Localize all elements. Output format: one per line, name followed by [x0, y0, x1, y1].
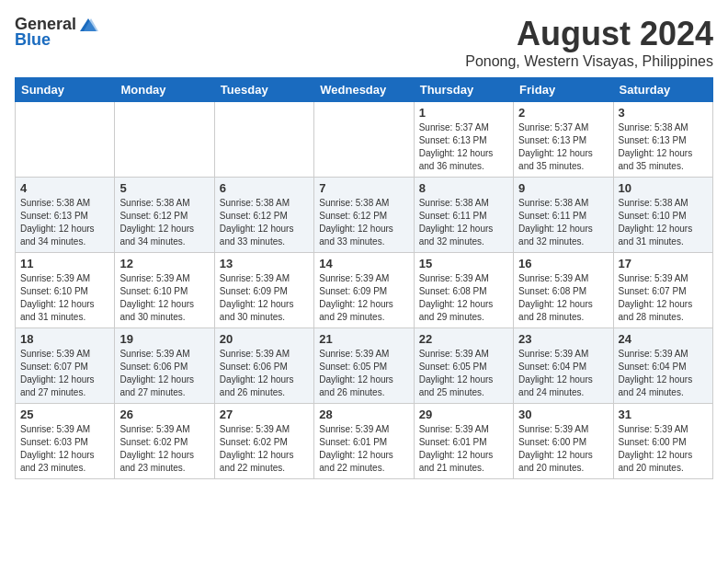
calendar-cell: 10Sunrise: 5:38 AM Sunset: 6:10 PM Dayli… [613, 178, 712, 253]
day-number: 16 [518, 257, 608, 270]
day-number: 28 [319, 408, 408, 421]
day-detail: Sunrise: 5:38 AM Sunset: 6:11 PM Dayligh… [419, 197, 508, 248]
calendar-week-row: 1Sunrise: 5:37 AM Sunset: 6:13 PM Daylig… [16, 102, 713, 178]
day-number: 14 [319, 257, 408, 270]
calendar-cell: 31Sunrise: 5:39 AM Sunset: 6:00 PM Dayli… [613, 404, 712, 479]
calendar-cell: 29Sunrise: 5:39 AM Sunset: 6:01 PM Dayli… [414, 404, 513, 479]
calendar-week-row: 18Sunrise: 5:39 AM Sunset: 6:07 PM Dayli… [16, 328, 713, 404]
calendar-cell: 17Sunrise: 5:39 AM Sunset: 6:07 PM Dayli… [613, 253, 712, 328]
calendar-header-monday: Monday [115, 78, 214, 102]
calendar-cell: 2Sunrise: 5:37 AM Sunset: 6:13 PM Daylig… [514, 102, 613, 178]
calendar-cell: 16Sunrise: 5:39 AM Sunset: 6:08 PM Dayli… [514, 253, 613, 328]
day-detail: Sunrise: 5:39 AM Sunset: 6:05 PM Dayligh… [419, 348, 508, 399]
day-number: 17 [619, 257, 708, 270]
day-number: 7 [319, 181, 408, 195]
calendar-week-row: 11Sunrise: 5:39 AM Sunset: 6:10 PM Dayli… [16, 253, 713, 328]
day-number: 31 [619, 408, 708, 421]
calendar-cell: 28Sunrise: 5:39 AM Sunset: 6:01 PM Dayli… [314, 404, 414, 479]
day-detail: Sunrise: 5:38 AM Sunset: 6:12 PM Dayligh… [119, 197, 209, 248]
calendar-cell: 20Sunrise: 5:39 AM Sunset: 6:06 PM Dayli… [214, 328, 313, 404]
day-detail: Sunrise: 5:39 AM Sunset: 6:02 PM Dayligh… [119, 423, 209, 475]
day-detail: Sunrise: 5:39 AM Sunset: 6:10 PM Dayligh… [119, 272, 209, 324]
title-area: August 2024 Ponong, Western Visayas, Phi… [465, 15, 713, 70]
day-detail: Sunrise: 5:39 AM Sunset: 6:00 PM Dayligh… [518, 423, 608, 475]
day-number: 8 [419, 181, 508, 195]
day-detail: Sunrise: 5:38 AM Sunset: 6:13 PM Dayligh… [20, 197, 109, 248]
logo: General Blue [15, 15, 98, 50]
day-detail: Sunrise: 5:39 AM Sunset: 6:04 PM Dayligh… [518, 348, 608, 399]
day-detail: Sunrise: 5:39 AM Sunset: 6:04 PM Dayligh… [619, 348, 708, 399]
calendar-cell: 18Sunrise: 5:39 AM Sunset: 6:07 PM Dayli… [16, 328, 115, 404]
calendar-cell: 9Sunrise: 5:38 AM Sunset: 6:11 PM Daylig… [514, 178, 613, 253]
day-number: 6 [220, 181, 309, 195]
day-number: 21 [319, 332, 408, 346]
day-detail: Sunrise: 5:39 AM Sunset: 6:09 PM Dayligh… [319, 272, 408, 324]
day-number: 27 [220, 408, 309, 421]
month-title: August 2024 [465, 15, 713, 53]
calendar-cell: 30Sunrise: 5:39 AM Sunset: 6:00 PM Dayli… [514, 404, 613, 479]
day-number: 18 [20, 332, 109, 346]
calendar-cell: 27Sunrise: 5:39 AM Sunset: 6:02 PM Dayli… [214, 404, 313, 479]
day-number: 13 [220, 257, 309, 270]
day-number: 24 [619, 332, 708, 346]
day-number: 25 [20, 408, 109, 421]
day-detail: Sunrise: 5:38 AM Sunset: 6:12 PM Dayligh… [220, 197, 309, 248]
calendar-cell: 26Sunrise: 5:39 AM Sunset: 6:02 PM Dayli… [115, 404, 214, 479]
day-detail: Sunrise: 5:39 AM Sunset: 6:02 PM Dayligh… [220, 423, 309, 475]
calendar-week-row: 25Sunrise: 5:39 AM Sunset: 6:03 PM Dayli… [16, 404, 713, 479]
day-detail: Sunrise: 5:39 AM Sunset: 6:10 PM Dayligh… [20, 272, 109, 324]
day-detail: Sunrise: 5:39 AM Sunset: 6:06 PM Dayligh… [220, 348, 309, 399]
logo-blue-text: Blue [15, 30, 51, 50]
calendar-cell [314, 102, 414, 178]
day-detail: Sunrise: 5:39 AM Sunset: 6:03 PM Dayligh… [20, 423, 109, 475]
calendar-header-saturday: Saturday [613, 78, 712, 102]
calendar-header-sunday: Sunday [16, 78, 115, 102]
calendar-cell: 21Sunrise: 5:39 AM Sunset: 6:05 PM Dayli… [314, 328, 414, 404]
calendar-header-friday: Friday [514, 78, 613, 102]
day-number: 29 [419, 408, 508, 421]
day-detail: Sunrise: 5:38 AM Sunset: 6:12 PM Dayligh… [319, 197, 408, 248]
day-detail: Sunrise: 5:39 AM Sunset: 6:08 PM Dayligh… [419, 272, 508, 324]
day-number: 3 [619, 106, 708, 120]
calendar-cell: 3Sunrise: 5:38 AM Sunset: 6:13 PM Daylig… [613, 102, 712, 178]
day-number: 5 [119, 181, 209, 195]
calendar-week-row: 4Sunrise: 5:38 AM Sunset: 6:13 PM Daylig… [16, 178, 713, 253]
day-number: 23 [518, 332, 608, 346]
calendar: SundayMondayTuesdayWednesdayThursdayFrid… [15, 77, 713, 479]
calendar-cell: 12Sunrise: 5:39 AM Sunset: 6:10 PM Dayli… [115, 253, 214, 328]
calendar-cell: 23Sunrise: 5:39 AM Sunset: 6:04 PM Dayli… [514, 328, 613, 404]
calendar-cell: 22Sunrise: 5:39 AM Sunset: 6:05 PM Dayli… [414, 328, 513, 404]
calendar-cell: 19Sunrise: 5:39 AM Sunset: 6:06 PM Dayli… [115, 328, 214, 404]
day-number: 19 [119, 332, 209, 346]
day-detail: Sunrise: 5:39 AM Sunset: 6:07 PM Dayligh… [20, 348, 109, 399]
calendar-cell: 4Sunrise: 5:38 AM Sunset: 6:13 PM Daylig… [16, 178, 115, 253]
day-number: 26 [119, 408, 209, 421]
calendar-cell: 11Sunrise: 5:39 AM Sunset: 6:10 PM Dayli… [16, 253, 115, 328]
calendar-header-thursday: Thursday [414, 78, 513, 102]
day-number: 20 [220, 332, 309, 346]
day-detail: Sunrise: 5:39 AM Sunset: 6:01 PM Dayligh… [319, 423, 408, 475]
subtitle: Ponong, Western Visayas, Philippines [465, 53, 713, 70]
day-number: 12 [119, 257, 209, 270]
day-detail: Sunrise: 5:39 AM Sunset: 6:09 PM Dayligh… [220, 272, 309, 324]
day-detail: Sunrise: 5:39 AM Sunset: 6:00 PM Dayligh… [619, 423, 708, 475]
day-detail: Sunrise: 5:38 AM Sunset: 6:11 PM Dayligh… [518, 197, 608, 248]
calendar-cell: 1Sunrise: 5:37 AM Sunset: 6:13 PM Daylig… [414, 102, 513, 178]
calendar-header-wednesday: Wednesday [314, 78, 414, 102]
day-number: 2 [518, 106, 608, 120]
day-detail: Sunrise: 5:39 AM Sunset: 6:06 PM Dayligh… [119, 348, 209, 399]
calendar-cell [16, 102, 115, 178]
day-number: 4 [20, 181, 109, 195]
calendar-cell: 15Sunrise: 5:39 AM Sunset: 6:08 PM Dayli… [414, 253, 513, 328]
calendar-cell: 5Sunrise: 5:38 AM Sunset: 6:12 PM Daylig… [115, 178, 214, 253]
day-number: 15 [419, 257, 508, 270]
calendar-cell: 6Sunrise: 5:38 AM Sunset: 6:12 PM Daylig… [214, 178, 313, 253]
calendar-cell [115, 102, 214, 178]
calendar-header-tuesday: Tuesday [214, 78, 313, 102]
day-number: 9 [518, 181, 608, 195]
day-detail: Sunrise: 5:39 AM Sunset: 6:08 PM Dayligh… [518, 272, 608, 324]
day-detail: Sunrise: 5:38 AM Sunset: 6:10 PM Dayligh… [619, 197, 708, 248]
calendar-header-row: SundayMondayTuesdayWednesdayThursdayFrid… [16, 78, 713, 102]
calendar-cell: 8Sunrise: 5:38 AM Sunset: 6:11 PM Daylig… [414, 178, 513, 253]
day-number: 11 [20, 257, 109, 270]
